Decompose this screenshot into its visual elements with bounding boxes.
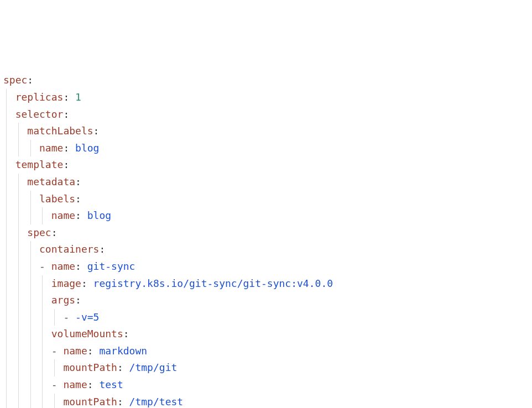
token: :	[75, 176, 81, 187]
indent-guide	[6, 241, 7, 258]
indent-guide	[18, 275, 19, 292]
code-line: spec:	[3, 72, 529, 89]
token: test	[99, 379, 123, 390]
token: args	[51, 294, 75, 306]
token: :	[63, 91, 75, 103]
indent-guide	[18, 359, 19, 376]
token: :	[75, 210, 87, 221]
token: /tmp/git	[129, 362, 178, 373]
indent-guide	[6, 343, 7, 360]
indent	[3, 156, 15, 174]
indent-guide	[6, 89, 7, 106]
token: git-sync	[87, 260, 135, 272]
indent	[3, 207, 51, 224]
code-line: name: blog	[3, 140, 529, 157]
indent-guide	[6, 106, 7, 123]
indent-guide	[54, 394, 55, 408]
indent-guide	[30, 343, 31, 360]
token: containers	[39, 243, 99, 255]
indent-guide	[18, 174, 19, 191]
token: image	[51, 278, 81, 289]
indent	[3, 309, 63, 326]
code-line: containers:	[3, 241, 529, 258]
indent-guide	[18, 123, 19, 140]
indent-guide	[6, 292, 7, 309]
token: :	[75, 294, 81, 306]
indent-guide	[18, 326, 19, 343]
code-line: name: blog	[3, 207, 529, 224]
indent-guide	[6, 224, 7, 242]
indent-guide	[6, 140, 7, 157]
indent-guide	[42, 326, 43, 343]
code-line: metadata:	[3, 174, 529, 191]
indent-guide	[30, 140, 31, 157]
indent	[3, 258, 39, 275]
token: blog	[87, 210, 111, 221]
indent	[3, 174, 27, 191]
indent	[3, 224, 27, 242]
indent-guide	[42, 309, 43, 326]
indent	[3, 106, 15, 123]
indent-guide	[42, 394, 43, 408]
indent-guide	[18, 140, 19, 157]
indent-guide	[6, 174, 7, 191]
code-line: - name: git-sync	[3, 258, 529, 275]
token: -v=5	[75, 311, 99, 323]
indent-guide	[30, 241, 31, 258]
indent-guide	[6, 156, 7, 174]
code-line: template:	[3, 156, 529, 174]
code-line: spec:	[3, 224, 529, 242]
token: :	[63, 142, 75, 154]
indent-guide	[30, 376, 31, 394]
token: :	[75, 193, 81, 205]
token: :	[117, 396, 129, 407]
token: :	[123, 328, 129, 339]
code-line: image: registry.k8s.io/git-sync/git-sync…	[3, 275, 529, 292]
indent-guide	[30, 359, 31, 376]
indent	[3, 140, 39, 157]
token: registry.k8s.io/git-sync/git-sync:v4.0.0	[93, 278, 333, 289]
code-line: matchLabels:	[3, 123, 529, 140]
code-line: labels:	[3, 191, 529, 208]
indent	[3, 241, 39, 258]
indent	[3, 326, 51, 343]
code-line: - -v=5	[3, 309, 529, 326]
token: -	[39, 260, 51, 272]
indent-guide	[18, 292, 19, 309]
indent-guide	[6, 123, 7, 140]
token: mountPath	[63, 396, 117, 407]
token: 1	[75, 91, 81, 103]
code-line: replicas: 1	[3, 89, 529, 106]
indent	[3, 359, 63, 376]
token: :	[117, 362, 129, 373]
indent-guide	[18, 207, 19, 224]
indent-guide	[18, 224, 19, 242]
code-line: mountPath: /tmp/git	[3, 359, 529, 376]
token: name	[39, 142, 63, 154]
code-line: - name: markdown	[3, 343, 529, 360]
indent-guide	[42, 376, 43, 394]
indent-guide	[18, 309, 19, 326]
indent	[3, 394, 63, 408]
indent-guide	[6, 275, 7, 292]
token: metadata	[27, 176, 75, 187]
indent-guide	[30, 326, 31, 343]
indent-guide	[30, 394, 31, 408]
token: -	[51, 345, 64, 357]
indent-guide	[18, 241, 19, 258]
indent-guide	[18, 191, 19, 208]
indent-guide	[6, 207, 7, 224]
code-line: - name: test	[3, 376, 529, 394]
indent-guide	[30, 292, 31, 309]
token: :	[63, 108, 69, 120]
token: -	[63, 311, 75, 323]
indent-guide	[42, 359, 43, 376]
indent-guide	[18, 376, 19, 394]
indent-guide	[42, 275, 43, 292]
yaml-code-block: spec: replicas: 1 selector: matchLabels:…	[3, 72, 529, 408]
indent	[3, 123, 27, 140]
indent	[3, 292, 51, 309]
indent-guide	[6, 359, 7, 376]
indent-guide	[54, 309, 55, 326]
indent-guide	[54, 359, 55, 376]
